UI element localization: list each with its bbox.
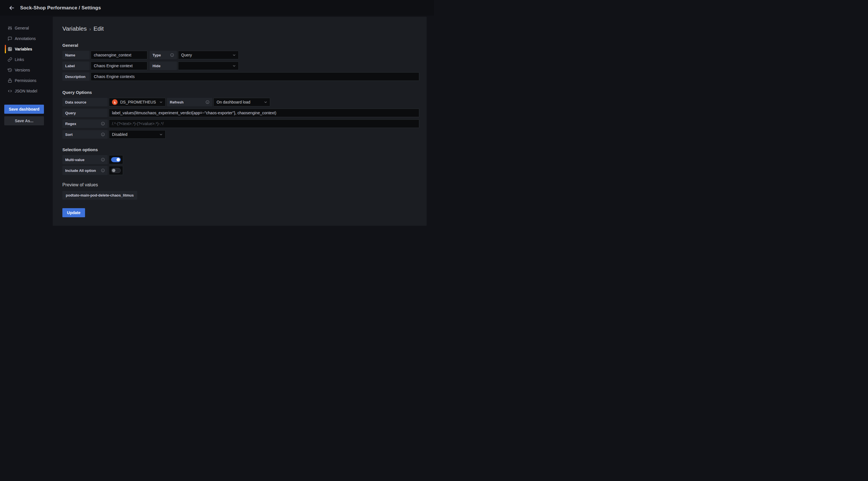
history-icon (8, 68, 12, 72)
preview-values: podtato-main-pod-delete-chaos_litmus (62, 191, 419, 200)
type-select[interactable]: Query (178, 51, 239, 59)
include-all-toggle[interactable] (109, 166, 123, 175)
toggle-track (111, 168, 121, 173)
update-button[interactable]: Update (62, 208, 85, 217)
label-input[interactable] (91, 62, 147, 70)
query-row: Query (62, 109, 419, 117)
hide-select[interactable] (178, 62, 239, 70)
type-label: Type (150, 51, 177, 59)
info-icon[interactable] (101, 158, 105, 162)
regex-row: Regex (62, 119, 419, 128)
sidebar-item-annotations[interactable]: Annotations (0, 33, 53, 44)
chevron-down-icon (232, 64, 236, 68)
refresh-select[interactable]: On dashboard load (213, 98, 270, 107)
breadcrumb-section[interactable]: Variables (62, 25, 87, 32)
sidebar-item-label: Links (15, 57, 24, 62)
variables-edit-panel: Variables›Edit General Name Type Query L… (53, 17, 427, 226)
query-input[interactable] (109, 109, 419, 117)
refresh-select-value: On dashboard load (217, 100, 264, 104)
chevron-down-icon (232, 53, 236, 57)
name-input[interactable] (91, 51, 147, 59)
sort-row: Sort Disabled (62, 130, 419, 139)
regex-label: Regex (62, 119, 108, 128)
info-icon[interactable] (101, 169, 105, 173)
sidebar-item-label: General (15, 26, 29, 30)
sidebar-item-label: Annotations (15, 36, 36, 41)
chevron-down-icon (159, 132, 163, 137)
description-input[interactable] (91, 72, 419, 81)
info-icon[interactable] (101, 132, 105, 137)
description-label: Description (62, 72, 90, 81)
save-as-button[interactable]: Save As... (4, 116, 44, 125)
preview-value-chip: podtato-main-pod-delete-chaos_litmus (62, 191, 137, 200)
sliders-icon (8, 26, 12, 30)
chevron-down-icon (264, 100, 268, 104)
preview-heading: Preview of values (62, 182, 419, 187)
sort-select[interactable]: Disabled (109, 130, 165, 139)
regex-input[interactable] (109, 119, 419, 128)
selection-options-heading: Selection options (62, 147, 419, 152)
multi-value-row: Multi-value (62, 155, 419, 164)
sidebar-item-json-model[interactable]: JSON Model (0, 86, 53, 96)
toggle-knob (117, 158, 120, 161)
query-label: Query (62, 109, 108, 117)
label-label: Label (62, 62, 90, 70)
name-label: Name (62, 51, 90, 59)
sort-select-value: Disabled (112, 132, 159, 137)
top-navbar: Sock-Shop Performance / Settings (0, 0, 434, 16)
page-title: Sock-Shop Performance / Settings (20, 5, 101, 11)
datasource-label: Data source (62, 98, 108, 107)
chevron-down-icon (159, 100, 163, 104)
include-all-label: Include All option (62, 166, 108, 175)
info-icon[interactable] (206, 100, 210, 104)
label-hide-row: Label Hide (62, 62, 419, 70)
toggle-knob (112, 169, 115, 172)
multi-value-toggle[interactable] (109, 155, 123, 164)
sidebar-item-links[interactable]: Links (0, 54, 53, 65)
sidebar-item-versions[interactable]: Versions (0, 65, 53, 75)
hide-label: Hide (150, 62, 177, 70)
datasource-select-value: DS_PROMETHEUS (120, 100, 159, 104)
include-all-row: Include All option (62, 166, 419, 175)
info-icon[interactable] (170, 53, 174, 57)
refresh-label: Refresh (167, 98, 212, 107)
query-options-heading: Query Options (62, 90, 419, 95)
sidebar-item-variables[interactable]: Variables (0, 44, 53, 54)
datasource-refresh-row: Data source DS_PROMETHEUS Refresh On das… (62, 98, 419, 107)
breadcrumb-separator-icon: › (89, 26, 91, 32)
back-button[interactable] (8, 4, 16, 12)
name-type-row: Name Type Query (62, 51, 419, 59)
comment-icon (8, 36, 12, 41)
sidebar-item-permissions[interactable]: Permissions (0, 75, 53, 86)
breadcrumb-page: Edit (94, 25, 104, 32)
toggle-track (111, 157, 121, 162)
type-select-value: Query (181, 53, 232, 57)
breadcrumb: Variables›Edit (62, 25, 419, 32)
settings-sidebar: General Annotations Variabl (0, 16, 53, 125)
prometheus-icon (112, 99, 118, 105)
save-dashboard-button[interactable]: Save dashboard (4, 104, 44, 114)
sidebar-item-general[interactable]: General (0, 23, 53, 33)
sidebar-item-label: Versions (15, 68, 30, 72)
sidebar-item-label: Permissions (15, 78, 36, 83)
arrow-left-icon (8, 5, 15, 11)
multi-value-label: Multi-value (62, 155, 108, 164)
code-icon (8, 89, 12, 93)
description-row: Description (62, 72, 419, 81)
lock-icon (8, 78, 12, 83)
sidebar-item-label: JSON Model (15, 89, 37, 93)
info-icon[interactable] (101, 122, 105, 126)
link-icon (8, 57, 12, 62)
sidebar-item-label: Variables (15, 47, 32, 51)
general-section-heading: General (62, 43, 419, 48)
sort-label: Sort (62, 130, 108, 139)
datasource-select[interactable]: DS_PROMETHEUS (109, 98, 165, 107)
calculator-icon (8, 47, 12, 51)
